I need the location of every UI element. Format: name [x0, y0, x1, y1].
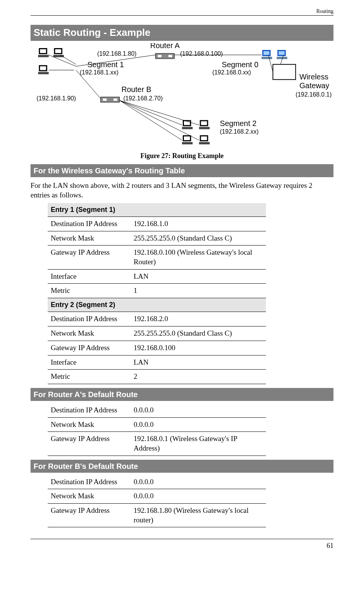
section-heading-router-b: For Router B's Default Route: [31, 460, 333, 473]
section-heading-router-a: For Router A's Default Route: [31, 388, 333, 401]
figure-caption: Figure 27: Routing Example: [31, 152, 333, 160]
label-mask: Network Mask: [48, 231, 130, 246]
label-gw: Gateway IP Address: [48, 504, 130, 527]
svg-text:(192.168.2.xx): (192.168.2.xx): [220, 128, 258, 135]
svg-text:(192.168.0.1): (192.168.0.1): [296, 91, 332, 98]
entry1-header: Entry 1 (Segment 1): [48, 203, 266, 217]
table-row: Network Mask 255.255.255.0 (Standard Cla…: [48, 231, 266, 246]
value-gw: 192.168.0.100 (Wireless Gateway's local …: [130, 246, 266, 269]
table-row: Metric 2: [48, 370, 266, 384]
table-row: Network Mask 255.255.255.0 (Standard Cla…: [48, 326, 266, 341]
running-head: Routing: [316, 8, 333, 15]
table-row: Destination IP Address 192.168.1.0: [48, 217, 266, 231]
section-heading-wireless-gateway: For the Wireless Gateway's Routing Table: [31, 164, 333, 177]
svg-text:Router A: Router A: [150, 43, 180, 50]
section-heading-static-routing: Static Routing - Example: [31, 25, 333, 41]
svg-text:(192.168.1.xx): (192.168.1.xx): [80, 69, 118, 76]
table-row: Gateway IP Address 192.168.1.80 (Wireles…: [48, 504, 266, 527]
label-mask: Network Mask: [48, 326, 130, 341]
label-iface: Interface: [48, 355, 130, 370]
router-b-table: Destination IP Address 0.0.0.0 Network M…: [48, 475, 266, 528]
svg-text:(192.168.2.70): (192.168.2.70): [123, 95, 163, 102]
intro-text: For the LAN shown above, with 2 routers …: [31, 181, 333, 200]
label-gw: Gateway IP Address: [48, 341, 130, 355]
label-dest: Destination IP Address: [48, 217, 130, 231]
label-gw: Gateway IP Address: [48, 432, 130, 456]
table-row: Destination IP Address 0.0.0.0: [48, 475, 266, 489]
svg-text:(192.168.0.xx): (192.168.0.xx): [212, 69, 251, 76]
gateway-routing-table: Entry 1 (Segment 1) Destination IP Addre…: [48, 203, 266, 384]
svg-text:Segment 2: Segment 2: [220, 119, 256, 128]
value-gw: 192.168.1.80 (Wireless Gateway's local r…: [130, 504, 266, 527]
label-dest: Destination IP Address: [48, 312, 130, 326]
svg-text:Segment 0: Segment 0: [222, 60, 258, 68]
label-metric: Metric: [48, 284, 130, 298]
svg-text:(192.168.0.100): (192.168.0.100): [180, 50, 223, 57]
svg-line-19: [119, 100, 199, 125]
svg-line-18: [119, 100, 182, 125]
label-gw: Gateway IP Address: [48, 246, 130, 269]
value-dest: 0.0.0.0: [130, 403, 266, 417]
footer: 61: [31, 539, 333, 550]
value-gw: 192.168.0.100: [130, 341, 266, 355]
value-mask: 255.255.255.0 (Standard Class C): [130, 326, 266, 341]
table-row: Entry 2 (Segment 2): [48, 298, 266, 312]
table-row: Metric 1: [48, 284, 266, 298]
table-row: Network Mask 0.0.0.0: [48, 489, 266, 504]
svg-line-20: [119, 100, 182, 140]
svg-text:(192.168.1.90): (192.168.1.90): [37, 95, 76, 102]
routing-diagram: Router A (192.168.1.80) (192.168.0.100) …: [31, 43, 333, 150]
page-number: 61: [327, 542, 333, 549]
header-rule: Routing: [31, 15, 333, 16]
svg-text:(192.168.1.80): (192.168.1.80): [97, 50, 137, 57]
table-row: Destination IP Address 192.168.2.0: [48, 312, 266, 326]
table-row: Destination IP Address 0.0.0.0: [48, 403, 266, 417]
value-mask: 0.0.0.0: [130, 417, 266, 432]
value-dest: 192.168.2.0: [130, 312, 266, 326]
svg-text:Segment 1: Segment 1: [87, 60, 124, 68]
table-row: Gateway IP Address 192.168.0.100 (Wirele…: [48, 246, 266, 269]
label-mask: Network Mask: [48, 417, 130, 432]
value-dest: 0.0.0.0: [130, 475, 266, 489]
label-dest: Destination IP Address: [48, 403, 130, 417]
value-mask: 255.255.255.0 (Standard Class C): [130, 231, 266, 246]
table-row: Interface LAN: [48, 269, 266, 284]
svg-text:Gateway: Gateway: [300, 81, 329, 90]
label-metric: Metric: [48, 370, 130, 384]
entry2-header: Entry 2 (Segment 2): [48, 298, 266, 312]
value-dest: 192.168.1.0: [130, 217, 266, 231]
value-mask: 0.0.0.0: [130, 489, 266, 504]
label-iface: Interface: [48, 269, 130, 284]
value-metric: 2: [130, 370, 266, 384]
svg-rect-9: [273, 64, 296, 79]
value-gw: 192.168.0.1 (Wireless Gateway's IP Addre…: [130, 432, 266, 456]
table-row: Network Mask 0.0.0.0: [48, 417, 266, 432]
table-row: Gateway IP Address 192.168.0.100: [48, 341, 266, 355]
label-dest: Destination IP Address: [48, 475, 130, 489]
label-mask: Network Mask: [48, 489, 130, 504]
value-iface: LAN: [130, 355, 266, 370]
svg-text:Router B: Router B: [121, 85, 151, 94]
svg-line-16: [280, 55, 283, 65]
table-row: Interface LAN: [48, 355, 266, 370]
router-a-table: Destination IP Address 0.0.0.0 Network M…: [48, 403, 266, 456]
table-row: Gateway IP Address 192.168.0.1 (Wireless…: [48, 432, 266, 456]
value-metric: 1: [130, 284, 266, 298]
table-row: Entry 1 (Segment 1): [48, 203, 266, 217]
svg-text:Wireless: Wireless: [300, 73, 329, 81]
value-iface: LAN: [130, 269, 266, 284]
